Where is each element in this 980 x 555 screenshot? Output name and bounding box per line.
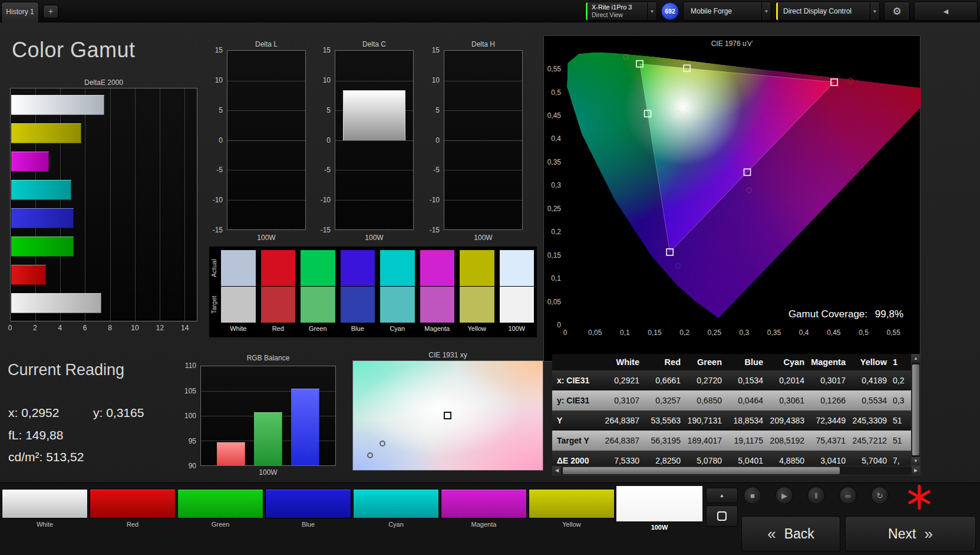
rgb-balance-chart <box>200 366 336 466</box>
patch-red[interactable]: Red <box>90 486 176 528</box>
play-button[interactable]: ▶ <box>776 487 793 504</box>
chevron-down-icon: ▼ <box>647 2 656 20</box>
grid-line <box>335 140 413 141</box>
axis-tick-label: 15 <box>315 46 331 55</box>
scroll-right-button[interactable]: ▶ <box>912 467 920 475</box>
actual-row-label: Actual <box>210 250 219 286</box>
table-cell: 209,4383 <box>768 416 809 425</box>
back-label: Back <box>784 526 814 542</box>
swatch-column-magenta: Magenta <box>420 250 455 335</box>
stop-button[interactable]: ■ <box>744 487 761 504</box>
patch-green[interactable]: Green <box>177 486 263 528</box>
axis-tick-label: 0,5 <box>544 88 561 97</box>
collapse-panel-button[interactable]: ◀ <box>914 2 978 21</box>
delta-l-x-label: 100W <box>227 234 306 242</box>
table-cell: 0,3 <box>892 396 911 405</box>
table-cell: 0,2014 <box>768 376 809 385</box>
column-header-red: Red <box>644 357 685 367</box>
scroll-left-button[interactable]: ◀ <box>553 467 561 475</box>
axis-tick-label: 6 <box>72 324 98 332</box>
actual-swatch <box>460 250 494 286</box>
table-cell: 2,8250 <box>644 456 685 465</box>
table-cell: 0,5534 <box>850 396 892 405</box>
next-button[interactable]: Next » <box>845 516 976 551</box>
axis-tick-label: 0,15 <box>544 251 561 260</box>
refresh-button[interactable]: ↻ <box>871 487 889 504</box>
back-chevron-icon: « <box>767 525 776 543</box>
axis-tick-label: 0,2 <box>672 329 698 337</box>
scroll-up-button[interactable]: ▲ <box>912 354 920 363</box>
add-tab-button[interactable]: + <box>43 5 58 18</box>
tab-history[interactable]: History 1 <box>1 2 39 22</box>
column-header-white: White <box>603 357 644 367</box>
settings-button[interactable]: ⚙ <box>884 2 910 21</box>
deltae-chart-title: DeltaE 2000 <box>10 78 197 87</box>
delta-h-y-axis: 151050-5-10-15 <box>424 50 441 230</box>
chromaticity-diagram <box>565 36 921 326</box>
axis-tick-label: 0,45 <box>821 329 847 337</box>
patch-yellow[interactable]: Yellow <box>529 486 615 528</box>
axis-tick-label: 10 <box>315 76 331 85</box>
table-cell: 0,0464 <box>727 396 768 405</box>
patch-white[interactable]: White <box>2 486 88 528</box>
white-point-target-marker <box>444 412 451 419</box>
swatch-label: Green <box>301 325 335 332</box>
table-header-row: WhiteRedGreenBlueCyanMagentaYellow1 <box>552 354 911 370</box>
column-header-green: Green <box>685 357 727 367</box>
gamut-coverage-readout: Gamut Coverage: 99,8% <box>784 308 903 320</box>
table-cell: 0,3257 <box>644 396 685 405</box>
deltae-bar-magenta <box>11 152 49 172</box>
table-row: ΔE 20007,53302,82505,07805,04014,88503,0… <box>552 451 911 466</box>
axis-tick-label: 110 <box>180 362 196 370</box>
horizontal-scroll-thumb[interactable] <box>563 467 840 474</box>
axis-tick-label: 100 <box>180 412 196 421</box>
patch-color <box>177 489 263 518</box>
calibration-asterisk-icon[interactable] <box>906 484 932 510</box>
column-header-yellow: Yellow <box>850 357 892 367</box>
rgb-bar-red <box>217 442 245 465</box>
pattern-window-button[interactable] <box>706 505 738 527</box>
axis-tick-label: -10 <box>207 196 223 205</box>
delta-c-title: Delta C <box>335 40 414 48</box>
meter-status-accent <box>586 2 588 20</box>
actual-swatch <box>500 250 534 286</box>
scroll-down-button[interactable]: ▼ <box>912 457 920 465</box>
bottom-bar: WhiteRedGreenBlueCyanMagentaYellow100W ▲… <box>0 482 980 555</box>
axis-tick-label: 0 <box>0 324 23 332</box>
patch-cyan[interactable]: Cyan <box>353 486 439 528</box>
table-vertical-scrollbar[interactable]: ▲ ▼ <box>911 354 920 466</box>
row-label: Y <box>552 416 603 425</box>
table-row: Y264,838753,5563190,713118,8534209,43837… <box>552 410 911 431</box>
vertical-scroll-thumb[interactable] <box>912 364 919 455</box>
grid-line <box>444 110 522 111</box>
table-cell: 0,3107 <box>603 396 644 405</box>
axis-tick-label: 15 <box>207 46 223 55</box>
axis-tick-label: 0 <box>552 329 578 337</box>
actual-swatch <box>380 250 415 286</box>
display-control-dropdown[interactable]: Direct Display Control ▼ <box>776 2 880 21</box>
patch-blue[interactable]: Blue <box>265 486 351 528</box>
pause-button[interactable]: ‖ <box>807 487 825 504</box>
patch-100w[interactable]: 100W <box>616 486 702 531</box>
table-cell: 0,3017 <box>809 376 850 385</box>
swatch-label: Red <box>261 325 296 332</box>
expand-panel-button[interactable]: ▲ <box>706 488 738 503</box>
meter-selector-dropdown[interactable]: X-Rite i1Pro 3 Direct View ▼ <box>585 2 657 21</box>
pattern-source-dropdown[interactable]: Mobile Forge ▼ <box>683 2 771 21</box>
table-horizontal-scrollbar[interactable]: ◀ ▶ <box>552 466 920 475</box>
delta-l-chart: Delta L 151050-5-10-15 100W <box>207 40 307 244</box>
transport-controls: ■ ▶ ‖ ∞ ↻ <box>744 487 889 504</box>
table-cell: 5,0401 <box>727 456 768 465</box>
axis-tick-label: -10 <box>315 196 331 205</box>
loop-button[interactable]: ∞ <box>839 487 857 504</box>
axis-tick-label: -15 <box>424 226 440 235</box>
gamut-coverage-value: 99,8% <box>875 308 903 320</box>
back-button[interactable]: « Back <box>741 516 840 551</box>
swatch-columns: WhiteRedGreenBlueCyanMagentaYellow100W <box>221 250 534 335</box>
meter-labels: X-Rite i1Pro 3 Direct View <box>586 3 647 19</box>
axis-tick-label: 10 <box>424 76 440 85</box>
patch-label: Red <box>90 521 176 528</box>
patch-magenta[interactable]: Magenta <box>441 486 527 528</box>
axis-tick-label: -5 <box>207 166 223 175</box>
grid-line <box>227 170 305 170</box>
